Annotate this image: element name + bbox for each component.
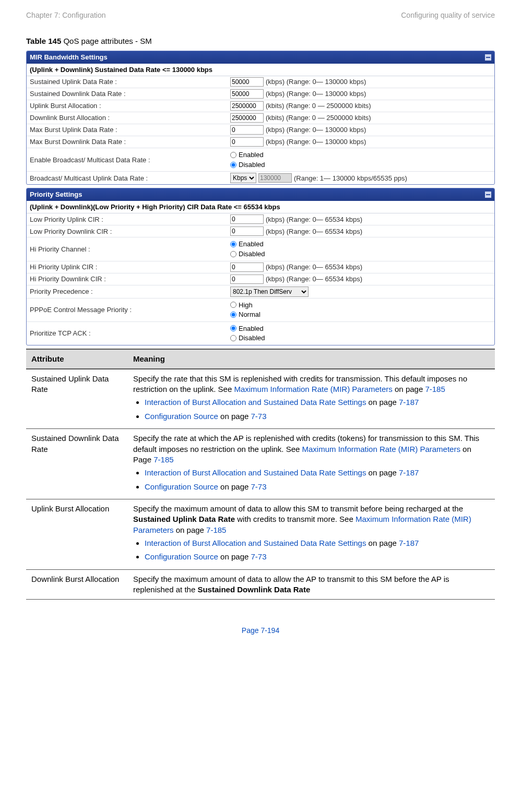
header-left: Chapter 7: Configuration — [26, 10, 106, 20]
radio-enabled[interactable]: Enabled — [230, 240, 265, 249]
precedence-select[interactable]: 802.1p Then DiffServ — [230, 286, 309, 297]
row-precedence: Priority Precedence : 802.1p Then DiffSe… — [27, 285, 494, 298]
table-row: Uplink Burst Allocation Specify the maxi… — [26, 499, 495, 570]
attr-name: Uplink Burst Allocation — [26, 499, 128, 570]
link-config-source[interactable]: Configuration Source — [145, 552, 218, 561]
max-burst-uplink-input[interactable] — [230, 125, 264, 135]
hint: (kbps) (Range: 0— 65534 kbps) — [266, 274, 362, 284]
row-bcast-uplink: Broadcast/ Multicast Uplink Data Rate : … — [27, 172, 494, 184]
mir-subhead: (Uplink + Downlink) Sustained Data Rate … — [27, 64, 494, 77]
caption-bold: Table 145 — [26, 37, 61, 45]
page-ref[interactable]: 7-187 — [399, 539, 419, 547]
label: Hi Priority Uplink CIR : — [27, 261, 230, 273]
hint: (kbps) (Range: 0— 65534 kbps) — [266, 227, 362, 236]
radio-disabled[interactable]: Disabled — [230, 249, 265, 259]
page-footer: Page 7-194 — [26, 626, 495, 636]
opt-label: Disabled — [239, 333, 265, 343]
text: with credits to transmit more. See — [235, 515, 356, 523]
opt-label: Enabled — [239, 240, 264, 249]
bcast-uplink-input[interactable] — [258, 173, 292, 183]
radio-enabled[interactable]: Enabled — [230, 324, 265, 333]
attr-meaning: Specify the maximum amount of data to al… — [128, 569, 495, 600]
low-down-input[interactable] — [230, 226, 264, 236]
link-interaction[interactable]: Interaction of Burst Allocation and Sust… — [145, 539, 366, 547]
priority-title-text: Priority Settings — [30, 190, 82, 199]
label: Hi Priority Downlink CIR : — [27, 273, 230, 285]
text: on page — [218, 482, 251, 491]
downlink-burst-input[interactable] — [230, 113, 264, 123]
opt-label: Disabled — [239, 249, 265, 259]
link-config-source[interactable]: Configuration Source — [145, 482, 218, 491]
label: Priority Precedence : — [27, 286, 230, 297]
link-config-source[interactable]: Configuration Source — [145, 412, 218, 421]
sustained-downlink-input[interactable] — [230, 89, 264, 99]
low-up-input[interactable] — [230, 214, 264, 224]
hint: (Range: 1— 130000 kbps/65535 pps) — [294, 174, 407, 183]
page-ref[interactable]: 7-185 — [206, 526, 226, 534]
label: PPPoE Control Message Priority : — [27, 304, 230, 316]
page-ref[interactable]: 7-73 — [251, 412, 266, 421]
hint: (kbps) (Range: 0— 130000 kbps) — [266, 77, 366, 87]
attr-meaning: Specify the maximum amount of data to al… — [128, 499, 495, 570]
text: on page — [366, 398, 399, 407]
link-interaction[interactable]: Interaction of Burst Allocation and Sust… — [145, 398, 366, 407]
priority-subhead: (Uplink + Downlink)(Low Priority + High … — [27, 201, 494, 214]
text: Specify the maximum amount of data to al… — [133, 504, 463, 513]
text: on page — [218, 412, 251, 421]
hint: (kbits) (Range: 0 — 2500000 kbits) — [266, 101, 371, 111]
radio-high[interactable]: High — [230, 301, 260, 310]
list-item: Configuration Source on page 7-73 — [145, 551, 490, 563]
radio-enabled[interactable]: Enabled — [230, 150, 265, 160]
link-mir-params[interactable]: Maximum Information Rate (MIR) Parameter… — [234, 385, 392, 393]
row-low-down: Low Priority Downlink CIR : (kbps) (Rang… — [27, 225, 494, 237]
attr-meaning: Specify the rate at which the AP is repl… — [128, 429, 495, 499]
hi-down-input[interactable] — [230, 274, 264, 284]
label: Prioritize TCP ACK : — [27, 328, 230, 339]
sustained-uplink-input[interactable] — [230, 77, 264, 87]
radio-disabled[interactable]: Disabled — [230, 160, 265, 170]
row-hi-up: Hi Priority Uplink CIR : (kbps) (Range: … — [27, 261, 494, 273]
row-uplink-burst: Uplink Burst Allocation : (kbits) (Range… — [27, 100, 494, 112]
caption-rest: QoS page attributes - SM — [61, 37, 151, 45]
col-attribute: Attribute — [26, 349, 128, 369]
link-mir-params[interactable]: Maximum Information Rate (MIR) Parameter… — [302, 445, 460, 453]
bold-text: Sustained Uplink Data Rate — [133, 515, 235, 523]
bold-text: Sustained Downlink Data Rate — [197, 585, 310, 594]
header-right: Configuring quality of service — [401, 10, 495, 20]
col-meaning: Meaning — [128, 349, 495, 369]
label: Enable Broadcast/ Multicast Data Rate : — [27, 154, 230, 166]
row-hi-down: Hi Priority Downlink CIR : (kbps) (Range… — [27, 273, 494, 285]
page-ref[interactable]: 7-73 — [251, 552, 266, 561]
collapse-icon[interactable] — [485, 54, 491, 61]
mir-panel: MIR Bandwidth Settings (Uplink + Downlin… — [26, 51, 495, 185]
attr-meaning: Specify the rate that this SM is repleni… — [128, 369, 495, 429]
label: Low Priority Uplink CIR : — [27, 214, 230, 225]
link-interaction[interactable]: Interaction of Burst Allocation and Sust… — [145, 468, 366, 477]
attr-name: Sustained Uplink Data Rate — [26, 369, 128, 429]
hi-up-input[interactable] — [230, 262, 264, 272]
uplink-burst-input[interactable] — [230, 101, 264, 111]
table-row: Sustained Uplink Data Rate Specify the r… — [26, 369, 495, 429]
page-ref[interactable]: 7-185 — [425, 385, 445, 393]
page-ref[interactable]: 7-187 — [399, 398, 419, 407]
table-row: Downlink Burst Allocation Specify the ma… — [26, 569, 495, 600]
page-ref[interactable]: 7-73 — [251, 482, 266, 491]
attributes-table: Attribute Meaning Sustained Uplink Data … — [26, 349, 495, 600]
radio-disabled[interactable]: Disabled — [230, 333, 265, 343]
collapse-icon[interactable] — [485, 192, 491, 198]
list-item: Configuration Source on page 7-73 — [145, 411, 490, 423]
list-item: Configuration Source on page 7-73 — [145, 481, 490, 493]
label: Sustained Downlink Data Rate : — [27, 88, 230, 100]
page-ref[interactable]: 7-187 — [399, 468, 419, 477]
max-burst-downlink-input[interactable] — [230, 137, 264, 147]
label: Downlink Burst Allocation : — [27, 112, 230, 124]
label: Low Priority Downlink CIR : — [27, 226, 230, 237]
opt-label: Disabled — [239, 160, 265, 170]
bcast-unit-select[interactable]: Kbps — [230, 173, 256, 183]
table-header-row: Attribute Meaning — [26, 349, 495, 369]
hint: (kbps) (Range: 0— 65534 kbps) — [266, 262, 362, 272]
page-ref[interactable]: 7-185 — [153, 455, 173, 464]
row-sustained-downlink: Sustained Downlink Data Rate : (kbps) (R… — [27, 88, 494, 100]
priority-panel: Priority Settings (Uplink + Downlink)(Lo… — [26, 188, 495, 345]
radio-normal[interactable]: Normal — [230, 310, 260, 319]
